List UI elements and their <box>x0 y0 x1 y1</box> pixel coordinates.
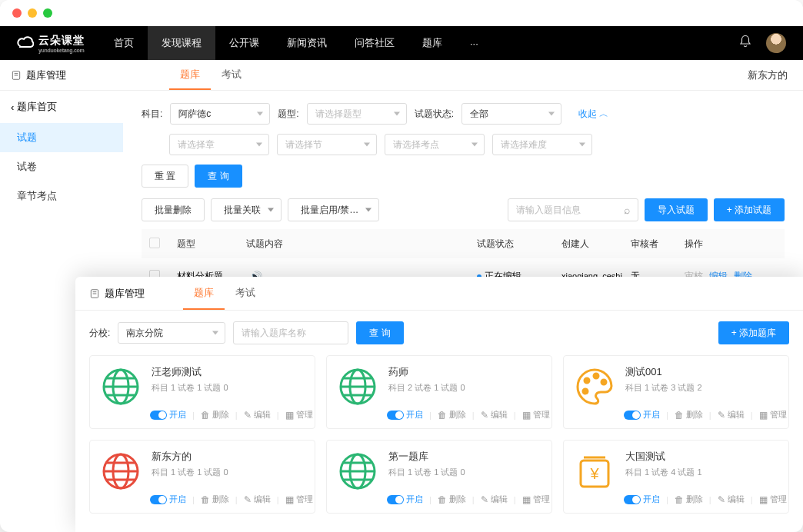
edit-icon: ✎ <box>244 410 252 421</box>
logo-subtext: yunduoketang.com <box>38 48 85 53</box>
window-controls <box>0 0 803 26</box>
minimize-window[interactable] <box>28 8 37 18</box>
user-avatar[interactable] <box>766 33 786 53</box>
sidebar-item[interactable]: 试题 <box>0 123 123 152</box>
bank-card[interactable]: 新东方的 科目 1 试卷 1 试题 0 开启 | 🗑 删除 | ✎ 编辑 | ▦… <box>89 440 315 514</box>
trash-icon: 🗑 <box>201 410 210 421</box>
delete-action[interactable]: 🗑 删除 <box>675 494 703 505</box>
toggle-action[interactable]: 开启 <box>387 494 423 505</box>
batch-delete-button[interactable]: 批量删除 <box>142 198 205 221</box>
batch-link-dropdown[interactable]: 批量关联 <box>211 198 282 221</box>
toggle-action[interactable]: 开启 <box>150 494 186 505</box>
nav-item[interactable]: 公开课 <box>215 26 273 60</box>
delete-action[interactable]: 🗑 删除 <box>438 494 466 505</box>
maximize-window[interactable] <box>43 8 52 18</box>
delete-action[interactable]: 🗑 删除 <box>438 409 466 421</box>
document-icon <box>11 70 22 81</box>
card-icon <box>336 365 379 408</box>
card-title: 大国测试 <box>625 450 779 464</box>
bank-card[interactable]: 汪老师测试 科目 1 试卷 1 试题 0 开启 | 🗑 删除 | ✎ 编辑 | … <box>89 355 315 429</box>
edit-action[interactable]: ✎ 编辑 <box>244 494 271 505</box>
nav-item[interactable]: 首页 <box>100 26 148 60</box>
logo[interactable]: 云朵课堂 yunduoketang.com <box>0 34 100 53</box>
filter-select[interactable]: 请选择章 <box>169 134 269 155</box>
bank-card[interactable]: 第一题库 科目 1 试卷 1 试题 0 开启 | 🗑 删除 | ✎ 编辑 | ▦… <box>326 440 552 514</box>
toggle-action[interactable]: 开启 <box>150 409 186 421</box>
grid-icon: ▦ <box>522 410 531 421</box>
sidebar: ‹ 题库首页 试题试卷章节考点 <box>0 91 123 211</box>
trash-icon: 🗑 <box>675 494 684 505</box>
import-button[interactable]: 导入试题 <box>645 198 708 221</box>
svg-point-17 <box>594 374 598 378</box>
overlay-tab[interactable]: 题库 <box>183 277 225 310</box>
chevron-up-icon: ︿ <box>599 108 608 121</box>
filter-select[interactable]: 请选择题型 <box>307 103 407 125</box>
add-bank-button[interactable]: + 添加题库 <box>718 321 789 344</box>
toggle-icon <box>624 411 641 420</box>
grid-icon: ▦ <box>285 494 294 505</box>
edit-action[interactable]: ✎ 编辑 <box>481 409 508 421</box>
toggle-action[interactable]: 开启 <box>624 409 660 421</box>
top-nav: 云朵课堂 yunduoketang.com 首页发现课程公开课新闻资讯问答社区题… <box>0 26 803 60</box>
manage-action[interactable]: ▦ 管理 <box>522 409 550 421</box>
select-all-checkbox[interactable] <box>149 238 160 248</box>
overlay-search-button[interactable]: 查 询 <box>356 321 403 344</box>
collapse-toggle[interactable]: 收起 ︿ <box>578 108 608 121</box>
cloud-logo-icon <box>15 34 34 52</box>
delete-action[interactable]: 🗑 删除 <box>201 409 229 421</box>
edit-icon: ✎ <box>718 410 725 421</box>
card-icon <box>99 450 142 493</box>
bank-name-search-input[interactable]: 请输入题库名称 <box>233 321 348 344</box>
toggle-icon <box>150 411 167 420</box>
edit-action[interactable]: ✎ 编辑 <box>244 409 271 421</box>
manage-action[interactable]: ▦ 管理 <box>759 409 787 421</box>
sub-tab[interactable]: 题库 <box>169 60 211 90</box>
grid-icon: ▦ <box>759 494 768 505</box>
manage-action[interactable]: ▦ 管理 <box>285 409 313 421</box>
manage-action[interactable]: ▦ 管理 <box>759 494 787 505</box>
batch-toggle-dropdown[interactable]: 批量启用/禁… <box>288 198 379 221</box>
nav-item[interactable]: 发现课程 <box>148 26 215 60</box>
edit-icon: ✎ <box>481 410 488 421</box>
notification-bell-icon[interactable] <box>738 35 752 52</box>
trash-icon: 🗑 <box>438 494 447 505</box>
search-button[interactable]: 查 询 <box>195 165 242 188</box>
card-meta: 科目 1 试卷 1 试题 0 <box>152 382 305 394</box>
overlay-tab[interactable]: 考试 <box>225 277 266 310</box>
manage-action[interactable]: ▦ 管理 <box>522 494 550 505</box>
sidebar-item[interactable]: 试卷 <box>0 152 123 181</box>
nav-item[interactable]: ··· <box>456 26 492 60</box>
filter-select[interactable]: 请选择难度 <box>492 134 592 155</box>
nav-item[interactable]: 题库 <box>408 26 456 60</box>
svg-point-19 <box>583 389 588 394</box>
delete-action[interactable]: 🗑 删除 <box>675 409 703 421</box>
nav-item[interactable]: 问答社区 <box>341 26 408 60</box>
toggle-action[interactable]: 开启 <box>387 409 423 421</box>
filter-select[interactable]: 阿萨德c <box>170 103 270 125</box>
delete-action[interactable]: 🗑 删除 <box>201 494 229 505</box>
toggle-icon <box>387 495 404 504</box>
nav-item[interactable]: 新闻资讯 <box>273 26 341 60</box>
filter-select[interactable]: 全部 <box>461 103 561 125</box>
branch-select[interactable]: 南京分院 <box>118 322 225 344</box>
bank-card[interactable]: ¥ 大国测试 科目 1 试卷 4 试题 1 开启 | 🗑 删除 | ✎ 编辑 |… <box>563 440 789 514</box>
reset-button[interactable]: 重 置 <box>142 165 188 188</box>
edit-icon: ✎ <box>244 494 252 505</box>
edit-action[interactable]: ✎ 编辑 <box>481 494 508 505</box>
question-search-input[interactable]: 请输入题目信息 <box>508 198 638 221</box>
add-question-button[interactable]: + 添加试题 <box>714 198 785 221</box>
edit-action[interactable]: ✎ 编辑 <box>718 494 745 505</box>
filter-select[interactable]: 请选择考点 <box>385 134 485 155</box>
edit-action[interactable]: ✎ 编辑 <box>718 409 745 421</box>
sub-tab[interactable]: 考试 <box>211 60 252 90</box>
toggle-action[interactable]: 开启 <box>624 494 660 505</box>
page-title: 题库管理 <box>0 68 77 82</box>
close-window[interactable] <box>12 8 22 18</box>
overlay-panel: 题库管理 题库考试 分校: 南京分院 请输入题库名称 查 询 + 添加题库 汪老… <box>75 277 803 532</box>
manage-action[interactable]: ▦ 管理 <box>285 494 313 505</box>
filter-select[interactable]: 请选择节 <box>277 134 377 155</box>
bank-card[interactable]: 药师 科目 2 试卷 1 试题 0 开启 | 🗑 删除 | ✎ 编辑 | ▦ 管… <box>326 355 552 429</box>
sidebar-back[interactable]: ‹ 题库首页 <box>0 91 123 123</box>
sidebar-item[interactable]: 章节考点 <box>0 181 123 211</box>
bank-card[interactable]: 测试001 科目 1 试卷 3 试题 2 开启 | 🗑 删除 | ✎ 编辑 | … <box>563 355 789 429</box>
